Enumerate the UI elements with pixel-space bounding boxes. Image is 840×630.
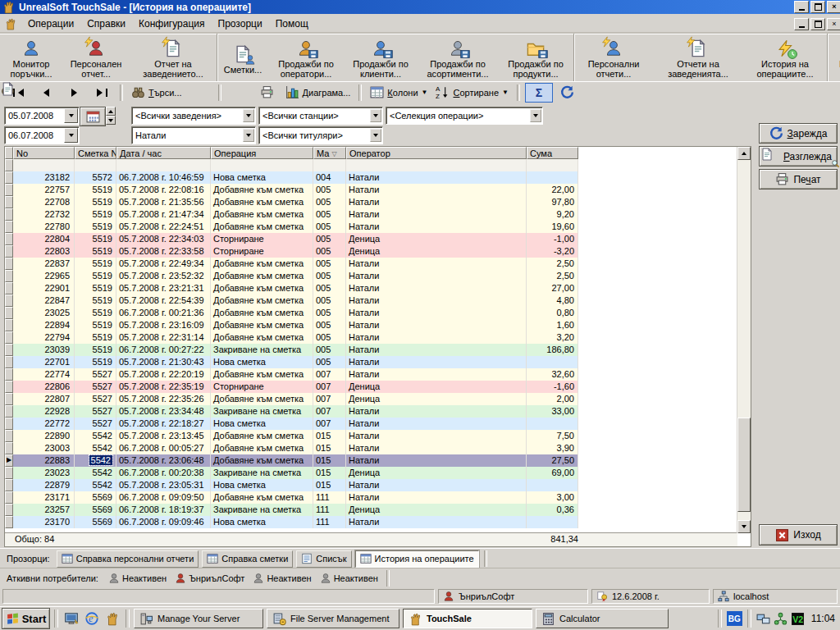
chevron-down-icon[interactable] xyxy=(370,109,381,122)
row-selector[interactable] xyxy=(5,368,13,381)
titular-select[interactable]: <Всички титуляри> xyxy=(258,126,383,144)
table-row[interactable]: 22806 5527 05.7.2008 г. 22:35:19 Сторнир… xyxy=(5,381,737,393)
taskbar-task-calculator[interactable]: Calculator xyxy=(536,609,669,628)
table-row[interactable]: 22774 5527 05.7.2008 г. 22:20:19 Добавян… xyxy=(5,368,737,381)
row-selector[interactable] xyxy=(5,307,13,319)
exit-window-button[interactable]: Изход xyxy=(759,524,838,546)
antivirus-tray-icon[interactable] xyxy=(791,612,805,626)
search-button[interactable]: Търси... xyxy=(128,84,185,102)
row-selector[interactable] xyxy=(5,221,13,233)
table-row[interactable]: 22701 5519 05.7.2008 г. 21:30:43 Нова см… xyxy=(5,356,737,368)
print-preview-button[interactable] xyxy=(226,84,253,102)
sales-by-operators-button[interactable]: Продажби по оператори... xyxy=(267,35,345,80)
row-selector[interactable] xyxy=(5,282,13,294)
row-selector[interactable] xyxy=(5,258,13,270)
bills-button[interactable]: Сметки... xyxy=(218,35,267,80)
table-row[interactable]: 22780 5519 05.7.2008 г. 22:24:51 Добавян… xyxy=(5,221,737,233)
sales-by-clients-button[interactable]: Продажби по клиенти... xyxy=(345,35,417,80)
menu-item-Прозорци[interactable]: Прозорци xyxy=(212,16,269,32)
venue-select[interactable]: <Всички заведения> xyxy=(131,107,256,125)
table-row[interactable]: 22901 5519 05.7.2008 г. 23:21:31 Добавян… xyxy=(5,282,737,294)
row-selector[interactable] xyxy=(5,159,13,171)
row-selector[interactable] xyxy=(5,405,13,418)
table-row[interactable]: ▶ 22883 5542 05.7.2008 г. 23:06:48 Добав… xyxy=(5,454,737,467)
row-selector[interactable] xyxy=(5,442,13,454)
table-row[interactable]: 22807 5527 05.7.2008 г. 22:35:26 Добавян… xyxy=(5,393,737,405)
venue-report-button[interactable]: Отчет на заведението... xyxy=(130,35,216,80)
previous-record-button[interactable] xyxy=(33,84,59,102)
table-row[interactable]: 22708 5519 05.7.2008 г. 21:35:56 Добавян… xyxy=(5,196,737,208)
next-record-button[interactable] xyxy=(61,84,87,102)
row-selector[interactable] xyxy=(5,245,13,258)
touchsale-quicklaunch-icon[interactable] xyxy=(103,609,121,628)
table-row[interactable]: 23039 5519 06.7.2008 г. 00:27:22 Закрива… xyxy=(5,344,737,356)
header-bill-no[interactable]: Сметка No xyxy=(75,147,116,159)
window-tab-button[interactable]: Справка сметки xyxy=(202,550,293,568)
restore-button[interactable] xyxy=(810,1,825,13)
language-indicator[interactable]: BG xyxy=(727,611,742,626)
row-selector[interactable]: ▶ xyxy=(5,454,13,467)
table-row[interactable]: 23023 5542 06.7.2008 г. 00:20:38 Закрива… xyxy=(5,467,737,479)
columns-button[interactable]: Колони ▼ xyxy=(367,84,431,102)
taskbar-task-touchsale[interactable]: TouchSale xyxy=(403,609,532,628)
row-selector[interactable] xyxy=(5,467,13,479)
row-selector[interactable] xyxy=(5,356,13,368)
show-desktop-icon[interactable] xyxy=(62,609,80,628)
menu-item-Конфигурация[interactable]: Конфигурация xyxy=(132,16,212,32)
row-selector[interactable] xyxy=(5,504,13,516)
operation-selection-select[interactable]: <Селекция операции> xyxy=(386,107,543,125)
calendar-button[interactable] xyxy=(80,107,106,126)
chevron-down-icon[interactable] xyxy=(370,129,381,142)
lan-tray-icon[interactable] xyxy=(774,612,788,626)
mdi-minimize-button[interactable] xyxy=(794,18,809,30)
header-table-no[interactable]: Ма▽ xyxy=(313,147,346,159)
header-sum[interactable]: Сума xyxy=(527,147,578,159)
date-to-picker[interactable]: 06.07.2008 xyxy=(4,126,80,144)
menu-item-Операции[interactable]: Операции xyxy=(21,16,80,32)
table-row[interactable]: 23170 5569 06.7.2008 г. 09:09:46 Нова см… xyxy=(5,516,737,528)
scroll-up-button[interactable] xyxy=(737,147,751,160)
diagram-button[interactable]: Диаграма... xyxy=(282,84,354,102)
table-row[interactable]: 22837 5519 05.7.2008 г. 22:49:34 Добавян… xyxy=(5,258,737,270)
operator-select[interactable]: Натали xyxy=(131,126,256,144)
sales-by-assortments-button[interactable]: Продажби по асортименти... xyxy=(417,35,499,80)
scrollbar-thumb[interactable] xyxy=(737,418,751,512)
exit-to-code-button[interactable]: Изход до код... xyxy=(829,35,840,80)
start-button[interactable]: Start xyxy=(2,608,50,629)
window-tab-button[interactable]: Списък xyxy=(296,550,351,568)
venue-reports-button[interactable]: Отчети на заведенията... xyxy=(652,35,744,80)
table-row[interactable]: 22757 5519 05.7.2008 г. 22:08:16 Добавян… xyxy=(5,184,737,196)
menu-item-Справки[interactable]: Справки xyxy=(80,16,132,32)
row-selector[interactable] xyxy=(5,381,13,393)
row-selector[interactable] xyxy=(5,270,13,282)
sort-button[interactable]: Сортиране ▼ xyxy=(432,84,511,102)
table-row[interactable] xyxy=(5,159,737,171)
row-selector[interactable] xyxy=(5,516,13,528)
minimize-button[interactable] xyxy=(794,1,809,13)
personal-report-button[interactable]: Персонален отчет... xyxy=(62,35,130,80)
row-selector[interactable] xyxy=(5,184,13,196)
header-no[interactable]: No xyxy=(13,147,75,159)
header-operator[interactable]: Оператор xyxy=(346,147,527,159)
table-row[interactable]: 22794 5519 05.7.2008 г. 22:31:14 Добавян… xyxy=(5,331,737,344)
view-button[interactable]: Разглежда xyxy=(759,146,838,167)
row-selector[interactable] xyxy=(5,196,13,208)
menu-item-Помощ[interactable]: Помощ xyxy=(269,16,315,32)
monitor-orders-button[interactable]: Монитор поръчки... xyxy=(1,35,62,80)
sales-by-products-button[interactable]: Продажби по продукти... xyxy=(499,35,573,80)
table-row[interactable]: 23025 5519 06.7.2008 г. 00:21:36 Добавян… xyxy=(5,307,737,319)
header-datetime[interactable]: Дата / час xyxy=(116,147,211,159)
table-row[interactable]: 22732 5519 05.7.2008 г. 21:47:34 Добавян… xyxy=(5,208,737,221)
chevron-down-icon[interactable] xyxy=(64,128,78,143)
chevron-down-icon[interactable] xyxy=(530,109,541,122)
refresh-button[interactable] xyxy=(555,84,581,102)
taskbar-task-file-server-management[interactable]: File Server Management xyxy=(267,609,399,628)
window-tab-button[interactable]: Справка персонални отчети xyxy=(57,550,199,568)
row-selector[interactable] xyxy=(5,233,13,245)
table-row[interactable]: 22879 5542 05.7.2008 г. 23:05:31 Нова см… xyxy=(5,479,737,491)
close-button[interactable]: × xyxy=(827,1,840,13)
row-selector[interactable] xyxy=(5,491,13,504)
row-selector[interactable] xyxy=(5,171,13,184)
table-row[interactable]: 23171 5569 06.7.2008 г. 09:09:50 Добавян… xyxy=(5,491,737,504)
mdi-close-button[interactable]: × xyxy=(827,18,840,30)
